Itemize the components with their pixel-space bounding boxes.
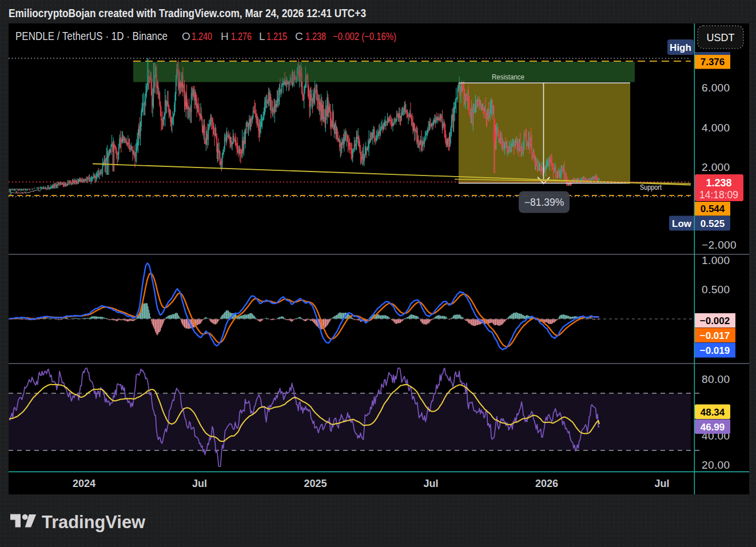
svg-text:H: H: [221, 30, 229, 42]
svg-text:1.215: 1.215: [266, 30, 287, 42]
svg-text:O: O: [182, 30, 190, 42]
svg-text:PENDLE / TetherUS · 1D · Binan: PENDLE / TetherUS · 1D · Binance: [15, 30, 168, 42]
svg-text:0.525: 0.525: [701, 218, 725, 229]
svg-text:46.99: 46.99: [701, 422, 725, 433]
svg-text:80.00: 80.00: [702, 373, 730, 385]
svg-text:L: L: [259, 30, 265, 42]
svg-text:2025: 2025: [304, 478, 327, 489]
svg-text:−0.017: −0.017: [700, 330, 730, 341]
svg-text:2024: 2024: [73, 478, 96, 489]
svg-text:14:18:09: 14:18:09: [699, 189, 738, 201]
svg-text:48.34: 48.34: [701, 407, 725, 418]
svg-text:1.240: 1.240: [192, 30, 212, 42]
svg-text:6.000: 6.000: [702, 82, 730, 94]
svg-text:−2.000: −2.000: [702, 239, 737, 251]
svg-text:High: High: [670, 42, 691, 53]
svg-text:1.276: 1.276: [231, 30, 252, 42]
svg-text:7.376: 7.376: [701, 57, 725, 67]
svg-text:Jul: Jul: [654, 478, 669, 489]
svg-text:−0.019: −0.019: [700, 345, 730, 356]
svg-text:20.00: 20.00: [702, 459, 730, 471]
svg-text:−81.39%: −81.39%: [524, 197, 564, 208]
svg-text:EmiliocryptoBojan created with: EmiliocryptoBojan created with TradingVi…: [9, 6, 366, 19]
svg-text:Resistance: Resistance: [492, 73, 524, 81]
svg-text:−0.002: −0.002: [700, 316, 730, 326]
svg-text:Support: Support: [640, 183, 662, 191]
svg-text:TradingView: TradingView: [42, 512, 145, 532]
svg-text:2026: 2026: [535, 478, 558, 489]
svg-text:2.000: 2.000: [702, 161, 730, 173]
svg-text:1.000: 1.000: [702, 254, 730, 266]
svg-text:1.238: 1.238: [706, 177, 731, 189]
svg-text:0.500: 0.500: [702, 284, 730, 296]
svg-text:USDT: USDT: [707, 32, 735, 43]
svg-text:1.238: 1.238: [305, 30, 326, 42]
svg-text:C: C: [295, 30, 303, 42]
svg-text:−0.002 (−0.16%): −0.002 (−0.16%): [333, 30, 396, 42]
svg-text:Jul: Jul: [423, 478, 438, 489]
svg-text:Jul: Jul: [192, 478, 207, 489]
svg-text:4.000: 4.000: [702, 122, 730, 134]
svg-text:Low: Low: [672, 218, 692, 229]
svg-text:0.544: 0.544: [701, 203, 725, 214]
